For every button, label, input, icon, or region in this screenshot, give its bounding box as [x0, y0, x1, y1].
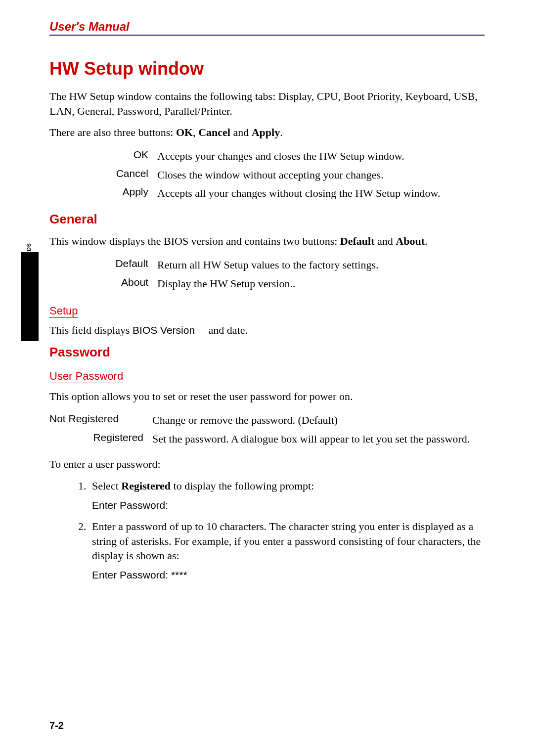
table-row: Default Return all HW Setup values to th…	[49, 256, 485, 274]
intro-p2-ok: OK	[176, 126, 193, 138]
table-row: Cancel Closes the window without accepti…	[49, 166, 485, 184]
step1-bold: Registered	[121, 480, 171, 492]
setup-line: This field displays BIOS Version and dat…	[49, 324, 485, 337]
page-title: HW Setup window	[49, 58, 485, 79]
table-row: About Display the HW Setup version..	[49, 274, 485, 293]
intro-p2-apply: Apply	[252, 126, 280, 138]
def-desc-not-registered: Change or remove the password. (Default)	[152, 411, 485, 430]
list-item: Select Registered to display the followi…	[89, 479, 485, 512]
step2-text: Enter a password of up to 10 characters.…	[92, 520, 481, 562]
intro-p2-sep2: and	[230, 126, 252, 138]
general-post: .	[425, 235, 428, 247]
def-term-apply: Apply	[49, 184, 157, 203]
setup-heading: Setup	[49, 305, 78, 318]
page-number: 7-2	[49, 720, 64, 731]
intro-p2-sep1: ,	[193, 126, 198, 138]
def-term-about: About	[49, 274, 157, 293]
step1-post: to display the following prompt:	[171, 480, 314, 492]
def-term-ok: OK	[49, 147, 157, 166]
table-row: Registered Set the password. A dialogue …	[49, 430, 485, 448]
user-password-heading: User Password	[49, 370, 123, 383]
general-paragraph: This window displays the BIOS version an…	[49, 234, 485, 249]
def-term-not-registered: Not Registered	[49, 411, 152, 430]
step2-prompt: Enter Password: ****	[92, 568, 485, 582]
general-buttons-table: Default Return all HW Setup values to th…	[49, 256, 485, 293]
def-term-default: Default	[49, 256, 157, 274]
user-password-intro: This option allows you to set or reset t…	[49, 389, 485, 404]
def-desc-ok: Accepts your changes and closes the HW S…	[157, 147, 485, 166]
to-enter-line: To enter a user password:	[49, 457, 485, 472]
general-sep: and	[375, 235, 396, 247]
def-term-cancel: Cancel	[49, 166, 157, 184]
table-row: OK Accepts your changes and closes the H…	[49, 147, 485, 166]
def-desc-default: Return all HW Setup values to the factor…	[157, 256, 485, 274]
buttons-def-table: OK Accepts your changes and closes the H…	[49, 147, 485, 203]
step1-prompt: Enter Password:	[92, 498, 485, 512]
def-desc-apply: Accepts all your changes without closing…	[157, 184, 485, 203]
general-b-default: Default	[340, 235, 375, 247]
setup-line-pre: This field displays	[49, 324, 133, 336]
def-term-registered: Registered	[49, 430, 152, 448]
def-desc-registered: Set the password. A dialogue box will ap…	[152, 430, 485, 448]
def-desc-cancel: Closes the window without accepting your…	[157, 166, 485, 184]
general-p-pre: This window displays the BIOS version an…	[49, 235, 340, 247]
password-heading: Password	[49, 345, 485, 360]
intro-paragraph-2: There are also three buttons: OK, Cancel…	[49, 125, 485, 140]
intro-paragraph-1: The HW Setup window contains the followi…	[49, 89, 485, 118]
password-options-table: Not Registered Change or remove the pass…	[49, 411, 485, 448]
def-desc-about: Display the HW Setup version..	[157, 274, 485, 293]
steps-list: Select Registered to display the followi…	[49, 479, 485, 582]
table-row: Not Registered Change or remove the pass…	[49, 411, 485, 430]
list-item: Enter a password of up to 10 characters.…	[89, 519, 485, 582]
intro-p2-cancel: Cancel	[198, 126, 230, 138]
step1-pre: Select	[92, 480, 121, 492]
general-heading: General	[49, 212, 485, 227]
page-header: User's Manual	[49, 20, 485, 36]
table-row: Apply Accepts all your changes without c…	[49, 184, 485, 203]
setup-line-post: and date.	[206, 324, 248, 336]
intro-p2-post: .	[280, 126, 283, 138]
setup-line-bios: BIOS Version	[133, 324, 195, 336]
intro-p2-pre: There are also three buttons:	[49, 126, 176, 138]
general-b-about: About	[396, 235, 425, 247]
